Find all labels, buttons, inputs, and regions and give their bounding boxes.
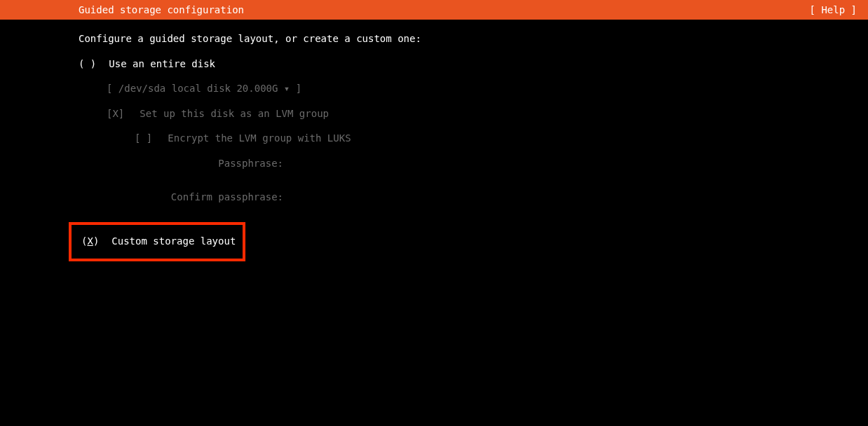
- confirm-passphrase-label: Confirm passphrase:: [157, 191, 283, 205]
- intro-text: Configure a guided storage layout, or cr…: [79, 32, 868, 46]
- lvm-label: Set up this disk as an LVM group: [140, 107, 329, 121]
- checkbox-checked-icon: [X]: [107, 107, 124, 121]
- passphrase-label: Passphrase:: [157, 157, 283, 171]
- option-use-entire-disk[interactable]: ( ) Use an entire disk: [79, 57, 868, 71]
- radio-selected-icon: (X): [81, 235, 99, 249]
- help-button[interactable]: [ Help ]: [810, 4, 857, 15]
- checkbox-unchecked-icon: [ ]: [135, 132, 152, 146]
- option-custom-label: Custom storage layout: [111, 235, 236, 249]
- lvm-checkbox-row[interactable]: [X] Set up this disk as an LVM group: [107, 107, 329, 121]
- option-entire-disk-label: Use an entire disk: [109, 57, 215, 71]
- encrypt-checkbox-row[interactable]: [ ] Encrypt the LVM group with LUKS: [135, 132, 351, 146]
- option-custom-storage[interactable]: (X) Custom storage layout: [72, 235, 236, 249]
- disk-dropdown[interactable]: [ /dev/sda local disk 20.000G ▾ ]: [107, 82, 301, 96]
- radio-unselected-icon: ( ): [79, 57, 96, 71]
- highlight-annotation: (X) Custom storage layout: [69, 222, 245, 261]
- page-title: Guided storage configuration: [79, 4, 244, 15]
- encrypt-label: Encrypt the LVM group with LUKS: [168, 132, 351, 146]
